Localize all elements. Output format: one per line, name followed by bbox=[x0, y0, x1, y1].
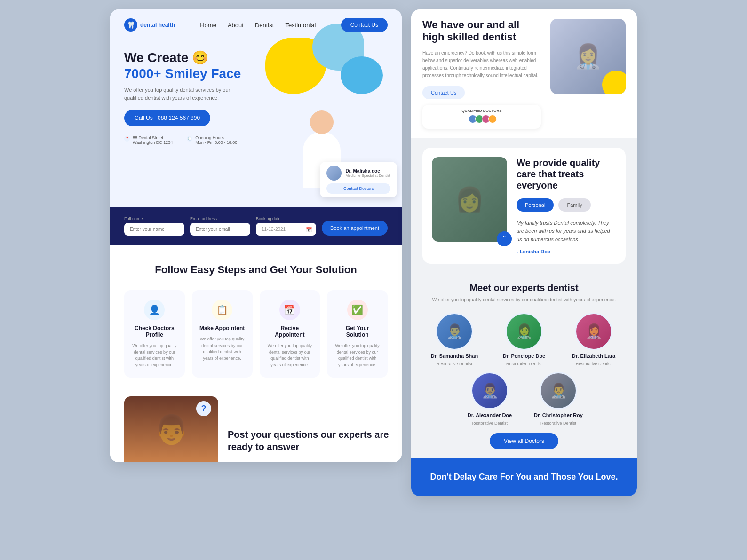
address-text: 88 Dental Street Washington DC 1234 bbox=[133, 135, 173, 145]
step-name-3: Recive Appointent bbox=[266, 325, 314, 338]
doctor-role-2: Restorative Dentist bbox=[506, 362, 542, 366]
doctor-name-1: Dr. Samantha Shan bbox=[431, 353, 478, 359]
logo-text: dental health bbox=[140, 22, 175, 28]
right-panel: We have our and all high skilled dentist… bbox=[411, 9, 637, 496]
step-name-4: Get Your Solution bbox=[334, 325, 381, 338]
view-all-doctors-button[interactable]: View all Doctors bbox=[490, 433, 558, 449]
step-card-3: 📅 Recive Appointent We offer you top qua… bbox=[260, 290, 320, 378]
right-contact-button[interactable]: Contact Us bbox=[422, 86, 465, 99]
name-label: Full name bbox=[124, 216, 184, 221]
steps-section: Follow Easy Steps and Get Your Solution … bbox=[110, 245, 402, 396]
booking-section: Full name Email address Booking date 📅 B… bbox=[110, 207, 402, 245]
right-top-desc: Have an emergency? Do book with us this … bbox=[422, 49, 541, 79]
date-label: Booking date bbox=[256, 216, 316, 221]
doctor-card-info: Dr. Malisha doe Medicine Specialist Dent… bbox=[345, 168, 390, 178]
nav-dentist[interactable]: Dentist bbox=[255, 22, 274, 29]
step-icon-4: ✅ bbox=[347, 300, 368, 320]
quote-badge: " bbox=[497, 231, 512, 246]
doctor-photo-inner-2: 👩‍⚕️ bbox=[507, 314, 541, 349]
hours-text: Opening Hours Mon - Fri: 8:00 - 18:00 bbox=[195, 135, 237, 145]
care-title: We provide quality care that treats ever… bbox=[517, 157, 616, 191]
step-desc-1: We offer you top quality dental services… bbox=[131, 343, 178, 368]
step-icon-3: 📅 bbox=[279, 300, 300, 320]
email-input[interactable] bbox=[190, 223, 250, 236]
nav-home[interactable]: Home bbox=[200, 22, 216, 29]
calendar-icon: 📅 bbox=[306, 226, 312, 232]
steps-grid: 👤 Check Doctors Profile We offer you top… bbox=[124, 290, 388, 378]
doctor-photo-inner-4: 👨‍⚕️ bbox=[472, 373, 507, 408]
step-desc-2: We offer you top quality dental services… bbox=[199, 336, 246, 362]
navbar: 🦷 dental health Home About Dentist Testi… bbox=[110, 9, 402, 40]
logo: 🦷 dental health bbox=[124, 18, 175, 32]
name-input[interactable] bbox=[124, 223, 184, 236]
experts-title: Meet our experts dentist bbox=[422, 283, 626, 293]
qualified-badge: QUALIFIED DOCTORS bbox=[422, 105, 541, 129]
testimonial-image: 👩 " bbox=[432, 157, 507, 242]
step-icon-1: 👤 bbox=[144, 300, 165, 320]
right-top-section: We have our and all high skilled dentist… bbox=[411, 9, 637, 138]
info-hours: 🕐 Opening Hours Mon - Fri: 8:00 - 18:00 bbox=[187, 135, 237, 145]
hero-title: We Create 😊 7000+ Smiley Face bbox=[124, 50, 388, 81]
badge-label: QUALIFIED DOCTORS bbox=[461, 109, 501, 113]
steps-title: Follow Easy Steps and Get Your Solution bbox=[124, 264, 388, 276]
right-top-content: We have our and all high skilled dentist… bbox=[422, 19, 541, 129]
step-icon-2: 📋 bbox=[212, 300, 232, 320]
step-name-1: Check Doctors Profile bbox=[131, 325, 178, 338]
doctor-card-header: Dr. Malisha doe Medicine Specialist Dent… bbox=[326, 166, 390, 181]
date-input-wrap: 📅 bbox=[256, 223, 316, 236]
doctor-photo-inner-3: 👩‍⚕️ bbox=[576, 314, 611, 349]
logo-icon: 🦷 bbox=[124, 18, 137, 32]
testimonial-card: 👩 " We provide quality care that treats … bbox=[422, 148, 626, 264]
email-label: Email address bbox=[190, 216, 250, 221]
doctor-5: 👨‍⚕️ Dr. Christopher Roy Restorative Den… bbox=[527, 372, 590, 426]
bottom-cta-section: Don't Delay Care For You and Those You L… bbox=[411, 458, 637, 496]
doctor-name-5: Dr. Christopher Roy bbox=[534, 412, 583, 418]
clock-icon: 🕐 bbox=[187, 136, 192, 142]
nav-contact-button[interactable]: Contact Us bbox=[341, 18, 388, 32]
doctor-3: 👩‍⚕️ Dr. Elizabeth Lara Restorative Dent… bbox=[562, 313, 626, 366]
doctor-photo-1: 👨‍⚕️ bbox=[436, 313, 473, 350]
doctor-role-1: Restorative Dentist bbox=[437, 362, 472, 366]
contact-doctors-button[interactable]: Contact Doctors bbox=[326, 183, 390, 194]
name-field-group: Full name bbox=[124, 216, 184, 236]
doctor-contact-card: Dr. Malisha doe Medicine Specialist Dent… bbox=[320, 162, 397, 197]
doctors-grid-bottom: 👨‍⚕️ Dr. Alexander Doe Restorative Denti… bbox=[458, 372, 590, 426]
doctor-photo-5: 👨‍⚕️ bbox=[540, 372, 577, 410]
testimonial-name: - Lenisha Doe bbox=[517, 249, 616, 254]
hero-content: We Create 😊 7000+ Smiley Face We offer y… bbox=[110, 40, 402, 145]
experts-section: Meet our experts dentist We offer you to… bbox=[411, 273, 637, 458]
step-card-2: 📋 Make Appointent We offer you top quali… bbox=[192, 290, 253, 378]
hero-section: 🦷 dental health Home About Dentist Testi… bbox=[110, 9, 402, 207]
step-name-2: Make Appointent bbox=[199, 325, 245, 331]
faq-image: 👨 ? bbox=[124, 396, 218, 462]
hero-info: 📍 88 Dental Street Washington DC 1234 🕐 … bbox=[124, 135, 388, 145]
care-tabs: Personal Family bbox=[517, 198, 616, 212]
tab-personal[interactable]: Personal bbox=[517, 198, 554, 212]
testimonial-content: We provide quality care that treats ever… bbox=[517, 157, 616, 254]
left-panel: 🦷 dental health Home About Dentist Testi… bbox=[110, 9, 402, 462]
book-appointment-button[interactable]: Book an appointment bbox=[322, 221, 388, 236]
testimonial-section: 👩 " We provide quality care that treats … bbox=[411, 138, 637, 273]
nav-links: Home About Dentist Testimonial bbox=[200, 21, 316, 29]
hero-cta-button[interactable]: Call Us +088 124 567 890 bbox=[124, 110, 210, 126]
right-top-title: We have our and all high skilled dentist bbox=[422, 19, 541, 44]
booking-form: Full name Email address Booking date 📅 B… bbox=[124, 216, 388, 236]
doctor-2: 👩‍⚕️ Dr. Penelope Doe Restorative Dentis… bbox=[492, 313, 556, 366]
tab-family[interactable]: Family bbox=[558, 198, 590, 212]
doctor-role-4: Restorative Dentist bbox=[472, 421, 508, 426]
bottom-cta-text: Don't Delay Care For You and Those You L… bbox=[430, 472, 618, 482]
doctor-name-4: Dr. Alexander Doe bbox=[468, 412, 512, 418]
nav-testimonial[interactable]: Testimonial bbox=[285, 22, 316, 29]
doctor-photo-inner-5: 👨‍⚕️ bbox=[541, 373, 576, 408]
step-card-1: 👤 Check Doctors Profile We offer you top… bbox=[124, 290, 185, 378]
doctor-1: 👨‍⚕️ Dr. Samantha Shan Restorative Denti… bbox=[422, 313, 486, 366]
doctor-photo-inner-1: 👨‍⚕️ bbox=[437, 314, 472, 349]
experts-subtitle: We offer you top quality dental services… bbox=[422, 296, 626, 303]
doctor-photo-4: 👨‍⚕️ bbox=[471, 372, 509, 410]
testimonial-text: My family trusts Dental completely. They… bbox=[517, 219, 616, 244]
nav-about[interactable]: About bbox=[228, 22, 244, 29]
step-desc-4: We offer you top quality dental services… bbox=[334, 343, 381, 368]
doctor-avatar bbox=[326, 166, 342, 181]
right-doctors-photo: 👩‍⚕️ bbox=[550, 19, 626, 94]
qualified-avatars bbox=[469, 115, 495, 123]
